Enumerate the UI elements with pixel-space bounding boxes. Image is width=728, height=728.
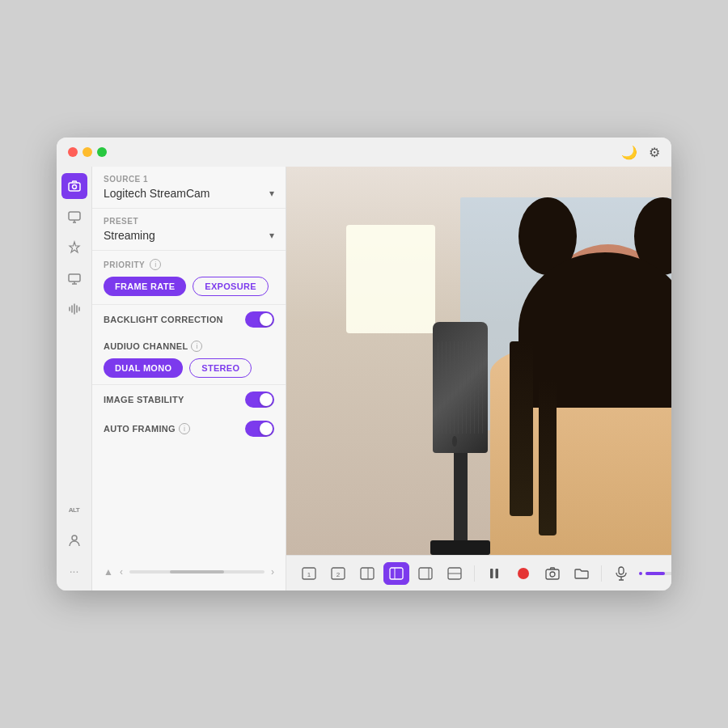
screenshot-button[interactable] [540,562,565,585]
tb-btn-half[interactable] [354,562,380,585]
vol-dot-1 [639,572,642,575]
audio-btn-row: DUAL MONO STEREO [104,358,274,378]
video-area: 1 2 [286,167,671,590]
sidebar-item-more[interactable]: ··· [61,558,87,584]
sidebar-item-effects[interactable] [61,235,87,260]
source-label: SOURCE 1 [104,175,274,184]
mic-head [433,322,488,453]
backlight-label: BACKLIGHT CORRECTION [104,315,223,324]
sidebar-item-camera[interactable] [61,173,87,199]
nav-prev-icon[interactable]: ‹ [120,566,123,578]
sidebar-item-monitor[interactable] [61,265,87,291]
mic-body [454,453,468,540]
sidebar-item-audio[interactable] [61,296,87,322]
scrollbar-track [129,570,265,574]
microphone [411,264,510,555]
controls-bottom: ▲ ‹ › [92,560,286,584]
tb-btn-1[interactable]: 1 [296,562,322,585]
sidebar-item-stream[interactable] [61,204,87,230]
record-dot [518,568,529,579]
main-window: 🌙 ⚙ [57,138,671,590]
vol-fill [645,572,665,575]
sidebar-item-alt[interactable]: ALT [61,497,87,523]
preset-label: PRESET [104,217,274,226]
auto-framing-label: AUTO FRAMING [104,424,176,434]
preset-dropdown[interactable]: Streaming ▾ [104,229,274,242]
image-stability-row: IMAGE STABILITY [92,385,286,414]
folder-button[interactable] [569,562,595,585]
audio-channel-label: AUDIUO CHANNEL [104,341,188,351]
svg-rect-21 [619,567,624,574]
pause-button[interactable] [481,562,507,585]
priority-btn-row: FRAME RATE EXPOSURE [104,277,274,296]
sidebar-item-person[interactable] [61,527,87,553]
svg-rect-19 [546,569,559,579]
frame-rate-button[interactable]: FRAME RATE [104,277,186,296]
svg-rect-0 [69,183,80,191]
exposure-button[interactable]: EXPOSURE [193,277,269,296]
svg-rect-3 [69,274,80,281]
svg-rect-17 [490,569,493,578]
source-arrow-icon: ▾ [269,188,274,199]
nav-next-icon[interactable]: › [271,566,274,578]
svg-point-1 [72,185,76,189]
backlight-toggle[interactable] [245,311,274,328]
svg-rect-9 [361,568,374,579]
titlebar-right-icons: 🌙 ⚙ [621,145,660,160]
close-button[interactable] [68,147,78,157]
separator-1 [474,565,475,582]
svg-text:2: 2 [336,571,341,578]
braid-left-2 [539,380,556,535]
image-stability-toggle[interactable] [245,392,274,408]
source-dropdown[interactable]: Logitech StreamCam ▾ [104,187,274,200]
mic-base [430,540,490,555]
priority-label: PRIORITY [104,260,145,269]
mic-button[interactable] [608,562,634,585]
svg-rect-13 [419,568,432,579]
svg-rect-18 [496,569,499,578]
braid-left [510,341,533,516]
preset-arrow-icon: ▾ [269,230,274,241]
svg-text:1: 1 [307,571,311,578]
moon-icon[interactable]: 🌙 [621,145,637,160]
maximize-button[interactable] [97,147,107,157]
tb-btn-1-4[interactable] [413,562,438,585]
priority-label-row: PRIORITY i [104,259,274,270]
image-stability-label: IMAGE STABILITY [104,395,184,404]
sidebar-nav: ALT ··· [57,167,92,590]
backlight-row: BACKLIGHT CORRECTION [92,305,286,334]
source-section: SOURCE 1 Logitech StreamCam ▾ [92,167,286,209]
vol-track[interactable] [645,572,671,575]
main-content: ALT ··· SOURCE 1 Logitech StreamCam ▾ [57,167,671,590]
svg-rect-11 [390,568,403,579]
auto-framing-row: AUTO FRAMING i [92,414,286,443]
controls-panel: SOURCE 1 Logitech StreamCam ▾ PRESET Str… [92,167,286,590]
traffic-lights [68,147,107,157]
volume-slider[interactable] [639,572,671,575]
auto-framing-toggle[interactable] [245,421,274,437]
preset-value: Streaming [104,229,155,242]
svg-point-4 [72,535,77,540]
tb-btn-fit[interactable] [442,562,468,585]
dual-mono-button[interactable]: DUAL MONO [104,358,183,378]
priority-section: PRIORITY i FRAME RATE EXPOSURE [92,251,286,305]
tb-btn-2[interactable]: 2 [325,562,351,585]
preset-section: PRESET Streaming ▾ [92,209,286,251]
gear-icon[interactable]: ⚙ [649,145,660,160]
minimize-button[interactable] [83,147,92,157]
auto-framing-info-icon[interactable]: i [179,423,190,434]
separator-2 [601,565,602,582]
audio-section: AUDIUO CHANNEL i DUAL MONO STEREO [92,334,286,385]
svg-point-20 [550,572,555,577]
video-frame [286,167,671,555]
stereo-button[interactable]: STEREO [189,358,252,378]
priority-info-icon[interactable]: i [150,259,161,270]
audio-info-icon[interactable]: i [191,341,202,352]
nav-arrows: ▲ [104,566,113,578]
video-toolbar: 1 2 [286,555,671,590]
audio-label-row: AUDIUO CHANNEL i [104,341,274,352]
nav-up-icon[interactable]: ▲ [104,566,113,578]
record-button[interactable] [510,562,536,585]
video-content [286,167,671,555]
tb-btn-3-4[interactable] [383,562,409,585]
